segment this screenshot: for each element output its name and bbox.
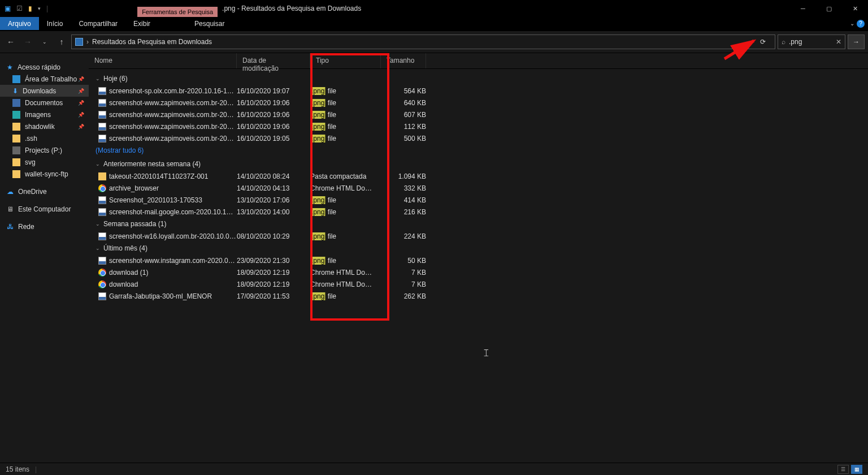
group-header[interactable]: ⌄Último mês (4) bbox=[96, 242, 868, 254]
share-tab[interactable]: Compartilhar bbox=[71, 17, 125, 30]
file-type: .png file bbox=[310, 123, 381, 131]
sidebar-this-pc[interactable]: 🖥Este Computador bbox=[0, 203, 89, 215]
file-date: 08/10/2020 10:29 bbox=[237, 232, 310, 240]
file-size: 224 KB bbox=[381, 232, 426, 240]
png-file-icon bbox=[98, 99, 106, 107]
show-more-link[interactable]: (Mostrar tudo 6) bbox=[96, 144, 868, 158]
sidebar-network[interactable]: 🖧Rede bbox=[0, 221, 89, 232]
thumbnails-view-button[interactable]: ▦ bbox=[851, 465, 862, 474]
title-bar: ▣ ☑ ▮ ▾ | Ferramentas de Pesquisa .png -… bbox=[0, 0, 868, 17]
qat-dropdown-icon[interactable]: ▾ bbox=[38, 6, 41, 11]
png-file-icon bbox=[98, 196, 106, 204]
network-icon: 🖧 bbox=[7, 223, 14, 231]
search-input[interactable]: ⌕ .png ✕ bbox=[778, 34, 845, 49]
zip-file-icon bbox=[98, 172, 106, 180]
file-date: 17/09/2020 11:53 bbox=[237, 292, 310, 300]
help-icon[interactable]: ? bbox=[857, 20, 865, 28]
file-row[interactable]: screenshot-www.zapimoveis.com.br-202…16/… bbox=[96, 132, 868, 144]
file-row[interactable]: screenshot-www.zapimoveis.com.br-202…16/… bbox=[96, 109, 868, 120]
file-name: archive_browser bbox=[109, 184, 237, 192]
group-header[interactable]: ⌄Anteriormente nesta semana (4) bbox=[96, 158, 868, 170]
file-row[interactable]: download18/09/2020 12:19Chrome HTML Do…7… bbox=[96, 278, 868, 290]
file-size: 332 KB bbox=[381, 184, 426, 192]
file-row[interactable]: Garrafa-Jabutipa-300-ml_MENOR17/09/2020 … bbox=[96, 290, 868, 302]
sidebar-onedrive[interactable]: ☁OneDrive bbox=[0, 185, 89, 197]
file-tab[interactable]: Arquivo bbox=[0, 17, 39, 30]
png-file-icon bbox=[98, 232, 106, 240]
sidebar-item-svg[interactable]: svg bbox=[0, 156, 89, 168]
minimize-button[interactable]: ─ bbox=[790, 0, 816, 17]
file-row[interactable]: screenshot-www.instagram.com-2020.09.…23… bbox=[96, 254, 868, 266]
file-row[interactable]: download (1)18/09/2020 12:19Chrome HTML … bbox=[96, 266, 868, 278]
history-dropdown-icon[interactable]: ⌄ bbox=[37, 34, 52, 49]
forward-button[interactable]: → bbox=[20, 34, 35, 49]
refresh-button[interactable]: ⟳ bbox=[754, 38, 771, 46]
file-row[interactable]: screenshot-w16.loyall.com.br-2020.10.08-… bbox=[96, 230, 868, 242]
file-row[interactable]: screenshot-www.zapimoveis.com.br-202…16/… bbox=[96, 120, 868, 132]
back-button[interactable]: ← bbox=[3, 34, 18, 49]
group-header[interactable]: ⌄Semana passada (1) bbox=[96, 218, 868, 230]
column-date[interactable]: Data de modificação bbox=[237, 53, 310, 68]
file-name: Screenshot_20201013-170533 bbox=[109, 196, 237, 204]
sidebar-item-documents[interactable]: Documentos📌 bbox=[0, 97, 89, 109]
sidebar-item-desktop[interactable]: Área de Trabalho📌 bbox=[0, 73, 89, 85]
file-row[interactable]: takeout-20201014T110237Z-00114/10/2020 0… bbox=[96, 170, 868, 182]
file-type: .png file bbox=[310, 257, 381, 265]
address-dropdown-icon[interactable]: ⌄ bbox=[747, 39, 751, 45]
group-header[interactable]: ⌄Hoje (6) bbox=[96, 72, 868, 85]
highlight-png: .png bbox=[310, 87, 326, 95]
view-tab[interactable]: Exibir bbox=[125, 17, 158, 30]
desktop-icon bbox=[12, 75, 20, 83]
file-row[interactable]: screenshot-mail.google.com-2020.10.13-…1… bbox=[96, 206, 868, 218]
home-tab[interactable]: Início bbox=[39, 17, 71, 30]
png-file-icon bbox=[98, 135, 106, 142]
checkbox-icon[interactable]: ☑ bbox=[16, 5, 23, 12]
chrome-file-icon bbox=[98, 184, 106, 192]
file-date: 14/10/2020 08:24 bbox=[237, 172, 310, 180]
file-row[interactable]: Screenshot_20201013-17053313/10/2020 17:… bbox=[96, 194, 868, 206]
sidebar-item-projects[interactable]: Projects (P:) bbox=[0, 144, 89, 156]
sidebar-item-images[interactable]: Imagens📌 bbox=[0, 109, 89, 120]
up-button[interactable]: ↑ bbox=[54, 34, 69, 49]
breadcrumb-current[interactable]: Resultados da Pesquisa em Downloads bbox=[92, 38, 212, 46]
file-row[interactable]: screenshot-sp.olx.com.br-2020.10.16-19_…… bbox=[96, 85, 868, 97]
file-type: Pasta compactada bbox=[310, 172, 381, 180]
column-headers: Nome Data de modificação Tipo Tamanho bbox=[89, 53, 868, 69]
folder-icon bbox=[12, 170, 20, 178]
chrome-file-icon bbox=[98, 269, 106, 277]
column-name[interactable]: Nome bbox=[89, 53, 237, 68]
ribbon-collapse-icon[interactable]: ⌄ bbox=[850, 20, 854, 27]
sidebar-item-wallet[interactable]: wallet-sync-ftp bbox=[0, 168, 89, 180]
sidebar-quick-access[interactable]: ★Acesso rápido bbox=[0, 61, 89, 73]
details-view-button[interactable]: ☰ bbox=[837, 465, 849, 474]
file-row[interactable]: archive_browser14/10/2020 04:13Chrome HT… bbox=[96, 182, 868, 194]
maximize-button[interactable]: ▢ bbox=[816, 0, 842, 17]
close-button[interactable]: ✕ bbox=[842, 0, 868, 17]
chevron-down-icon: ⌄ bbox=[96, 245, 100, 251]
status-bar: 15 itens | ☰ ▦ bbox=[0, 463, 868, 475]
file-date: 13/10/2020 17:06 bbox=[237, 196, 310, 204]
pin-icon: 📌 bbox=[78, 88, 84, 94]
highlight-png: .png bbox=[310, 208, 326, 216]
folder-qat-icon[interactable]: ▮ bbox=[28, 5, 32, 12]
breadcrumb-chevron[interactable]: › bbox=[86, 38, 89, 46]
column-size[interactable]: Tamanho bbox=[381, 53, 426, 68]
column-type[interactable]: Tipo bbox=[310, 53, 381, 68]
file-date: 16/10/2020 19:07 bbox=[237, 87, 310, 95]
address-bar[interactable]: › Resultados da Pesquisa em Downloads ⌄ … bbox=[71, 34, 775, 49]
highlight-png: .png bbox=[310, 111, 326, 119]
sidebar-item-shadowlik[interactable]: shadowlik📌 bbox=[0, 120, 89, 132]
search-tools-tab-label[interactable]: Ferramentas de Pesquisa bbox=[137, 7, 218, 17]
file-name: screenshot-www.zapimoveis.com.br-202… bbox=[109, 135, 237, 142]
search-go-button[interactable]: → bbox=[848, 34, 865, 49]
file-row[interactable]: screenshot-www.zapimoveis.com.br-202…16/… bbox=[96, 97, 868, 109]
quick-access-toolbar: ▣ ☑ ▮ ▾ | bbox=[0, 0, 53, 17]
file-size: 640 KB bbox=[381, 99, 426, 107]
highlight-png: .png bbox=[310, 135, 326, 142]
search-tab[interactable]: Pesquisar bbox=[182, 17, 237, 30]
file-size: 1.094 KB bbox=[381, 172, 426, 180]
clear-search-icon[interactable]: ✕ bbox=[836, 38, 841, 46]
sidebar-item-downloads[interactable]: ⬇Downloads📌 bbox=[0, 85, 89, 97]
window-title: .png - Resultados da Pesquisa em Downloa… bbox=[218, 0, 361, 17]
sidebar-item-ssh[interactable]: .ssh bbox=[0, 132, 89, 144]
